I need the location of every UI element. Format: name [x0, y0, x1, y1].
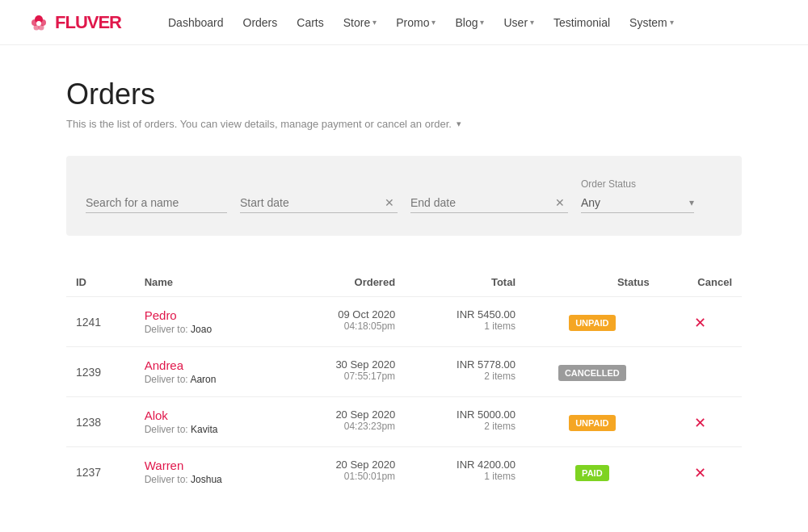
deliver-to-name: Joshua	[191, 474, 222, 485]
status-badge: UNPAID	[569, 415, 615, 431]
brand-name: FLUVER	[55, 12, 121, 33]
deliver-to-name: Aaron	[190, 374, 216, 385]
order-id: 1237	[66, 447, 135, 497]
filter-name-field	[86, 193, 227, 213]
table-row: 1238AlokDeliver to: Kavita20 Sep 202004:…	[66, 397, 742, 447]
order-time: 01:50:01pm	[293, 471, 395, 482]
order-date-cell: 20 Sep 202001:50:01pm	[284, 447, 405, 497]
order-total-cell: INR 4200.001 items	[405, 447, 525, 497]
customer-name-link[interactable]: Pedro	[145, 308, 274, 322]
navbar: FLUVER DashboardOrdersCartsStore▾Promo▾B…	[0, 0, 808, 45]
order-cancel-cell	[659, 347, 742, 397]
nav-chevron-icon: ▾	[670, 18, 674, 27]
order-name-cell: AlokDeliver to: Kavita	[135, 397, 284, 447]
status-filter-label: Order Status	[581, 178, 694, 190]
order-status-cell: CANCELLED	[525, 347, 659, 397]
customer-name-link[interactable]: Andrea	[145, 358, 274, 372]
cancel-order-button[interactable]: ✕	[694, 315, 706, 331]
nav-item-carts[interactable]: Carts	[288, 10, 331, 36]
order-id: 1238	[66, 397, 135, 447]
col-total: Total	[405, 268, 525, 297]
order-time: 04:23:23pm	[293, 421, 395, 432]
logo-icon	[26, 10, 52, 36]
svg-point-5	[36, 21, 41, 26]
order-total-cell: INR 5450.001 items	[405, 297, 525, 347]
deliver-to-name: Kavita	[191, 424, 217, 435]
nav-chevron-icon: ▾	[372, 18, 377, 27]
order-items-count: 1 items	[415, 471, 516, 482]
filter-status-field: Order Status AnyPaidUnpaidCancelled ▾	[581, 178, 694, 213]
subtitle-chevron-icon: ▾	[457, 119, 461, 129]
order-cancel-cell: ✕	[659, 447, 742, 497]
order-amount: INR 5000.00	[415, 408, 516, 421]
order-time: 07:55:17pm	[293, 371, 395, 382]
deliver-to-name: Joao	[191, 324, 212, 335]
nav-item-promo[interactable]: Promo▾	[388, 10, 444, 36]
deliver-to-label: Deliver to: Aaron	[145, 374, 274, 385]
orders-table: IDNameOrderedTotalStatusCancel 1241Pedro…	[66, 268, 742, 496]
page-title: Orders	[66, 77, 742, 111]
order-items-count: 1 items	[415, 320, 516, 332]
nav-item-system[interactable]: System▾	[621, 10, 682, 36]
start-date-clear-button[interactable]: ✕	[381, 196, 398, 209]
order-status-cell: UNPAID	[525, 297, 659, 347]
col-status: Status	[525, 268, 659, 297]
status-badge: PAID	[575, 465, 608, 481]
order-date-cell: 30 Sep 202007:55:17pm	[284, 347, 405, 397]
status-filter-select[interactable]: AnyPaidUnpaidCancelled	[581, 196, 689, 209]
order-name-cell: WarrenDeliver to: Joshua	[135, 447, 284, 497]
nav-item-blog[interactable]: Blog▾	[447, 10, 492, 36]
deliver-to-label: Deliver to: Joao	[145, 324, 274, 335]
order-name-cell: AndreaDeliver to: Aaron	[135, 347, 284, 397]
customer-name-link[interactable]: Warren	[145, 459, 274, 472]
order-status-cell: PAID	[525, 447, 659, 497]
table-row: 1241PedroDeliver to: Joao09 Oct 202004:1…	[66, 297, 742, 347]
table-row: 1237WarrenDeliver to: Joshua20 Sep 20200…	[66, 447, 742, 497]
order-total-cell: INR 5778.002 items	[405, 347, 525, 397]
cancel-order-button[interactable]: ✕	[694, 465, 706, 481]
end-date-input[interactable]	[410, 196, 552, 209]
status-select-chevron-icon: ▾	[689, 197, 694, 208]
table-body: 1241PedroDeliver to: Joao09 Oct 202004:1…	[66, 297, 742, 497]
col-name: Name	[135, 268, 284, 297]
deliver-to-label: Deliver to: Joshua	[145, 474, 274, 485]
order-date: 09 Oct 2020	[293, 308, 395, 320]
order-date-cell: 20 Sep 202004:23:23pm	[284, 397, 405, 447]
customer-name-link[interactable]: Alok	[145, 408, 274, 422]
status-badge: UNPAID	[569, 315, 615, 331]
cancel-order-button[interactable]: ✕	[694, 415, 706, 431]
order-cancel-cell: ✕	[659, 397, 742, 447]
end-date-clear-button[interactable]: ✕	[552, 196, 568, 209]
search-name-input[interactable]	[86, 193, 227, 213]
nav-item-testimonial[interactable]: Testimonial	[545, 10, 618, 36]
order-date: 20 Sep 2020	[293, 459, 395, 471]
filter-startdate-field: ✕	[240, 193, 398, 213]
table-row: 1239AndreaDeliver to: Aaron30 Sep 202007…	[66, 347, 742, 397]
page-content: Orders This is the list of orders. You c…	[40, 45, 768, 529]
nav-item-user[interactable]: User▾	[495, 10, 542, 36]
order-cancel-cell: ✕	[659, 297, 742, 347]
order-id: 1241	[66, 297, 135, 347]
order-date: 20 Sep 2020	[293, 408, 395, 421]
nav-chevron-icon: ▾	[480, 18, 484, 27]
order-id: 1239	[66, 347, 135, 397]
order-date: 30 Sep 2020	[293, 358, 395, 371]
nav-item-dashboard[interactable]: Dashboard	[160, 10, 232, 36]
table-header: IDNameOrderedTotalStatusCancel	[66, 268, 742, 297]
order-total-cell: INR 5000.002 items	[405, 397, 525, 447]
order-amount: INR 5450.00	[415, 308, 516, 320]
order-amount: INR 5778.00	[415, 358, 516, 371]
status-badge: CANCELLED	[558, 365, 626, 381]
nav-items: DashboardOrdersCartsStore▾Promo▾Blog▾Use…	[160, 10, 782, 36]
order-date-cell: 09 Oct 202004:18:05pm	[284, 297, 405, 347]
nav-item-store[interactable]: Store▾	[335, 10, 385, 36]
order-items-count: 2 items	[415, 371, 516, 382]
order-status-cell: UNPAID	[525, 397, 659, 447]
nav-chevron-icon: ▾	[530, 18, 534, 27]
start-date-input[interactable]	[240, 196, 381, 209]
logo[interactable]: FLUVER	[26, 10, 121, 36]
nav-chevron-icon: ▾	[431, 18, 436, 27]
order-amount: INR 4200.00	[415, 459, 516, 471]
col-cancel: Cancel	[659, 268, 742, 297]
nav-item-orders[interactable]: Orders	[235, 10, 286, 36]
